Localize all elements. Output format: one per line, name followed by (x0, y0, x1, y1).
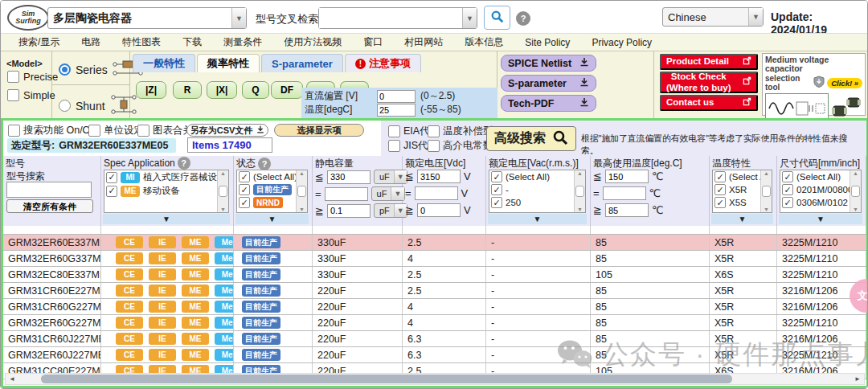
range-input[interactable] (417, 203, 461, 217)
tab-item[interactable]: S-parameter (261, 54, 343, 72)
filter-list-item[interactable]: ✓- (489, 183, 585, 196)
menu-item[interactable]: Privacy Policy (592, 37, 652, 48)
scroll-right-icon[interactable]: ► (851, 374, 864, 384)
filter-list-item[interactable]: ✓ME移动设备 (104, 184, 228, 198)
clear-all-conditions-button[interactable]: 清空所有条件 (6, 199, 93, 213)
filter-list-item[interactable]: ✓0306M/0102 (780, 196, 861, 209)
filter-list-item[interactable]: ✓MI植入式医疗器械设备或器 (104, 170, 228, 184)
filter-list-rated-voltage-ac[interactable]: ✓(Select All)✓-✓250▲▼ (489, 170, 586, 213)
unit-setting-row[interactable]: 单位设定 (88, 124, 144, 137)
list-scrollbar[interactable]: ▲▼ (217, 170, 228, 212)
param-button-x[interactable]: |X| (207, 81, 237, 99)
shunt-radio[interactable] (59, 100, 71, 112)
search-button[interactable] (484, 6, 510, 30)
scrollbar-thumb[interactable] (41, 375, 732, 383)
filter-checkbox[interactable]: ✓ (491, 171, 502, 182)
scroll-up-icon[interactable]: ▲ (577, 170, 583, 176)
scrollbar-thumb[interactable] (851, 186, 860, 197)
table-row[interactable]: GRM32ER60E337ME05CEIEMEMelAIC目前生产330uF2.… (3, 235, 866, 251)
scroll-down-icon[interactable]: ▼ (299, 207, 305, 212)
menu-item[interactable]: 特性图表 (122, 35, 161, 49)
filter-list-item[interactable]: ✓0201M/008004 (780, 183, 861, 196)
link-button-stock-check[interactable]: Stock Check (Where to buy) (660, 72, 758, 93)
download-button-s-parameter[interactable]: S-parameter (501, 75, 596, 92)
promo-panel[interactable]: Medium voltage capacitor selection tool … (762, 53, 866, 116)
filter-expand-strip[interactable]: ▼ (779, 214, 862, 224)
model-search-input[interactable] (6, 182, 92, 198)
range-input[interactable] (605, 170, 649, 183)
param-button-df[interactable]: DF (271, 81, 303, 99)
filter-expand-strip[interactable]: ▼ (711, 214, 773, 224)
shunt-radio-row[interactable]: Shunt (59, 94, 137, 117)
language-select[interactable]: Chinese ▼ (662, 7, 764, 27)
filter-checkbox[interactable]: ✓ (239, 184, 250, 195)
scroll-up-icon[interactable]: ▲ (764, 170, 769, 176)
horizontal-scrollbar[interactable]: ◄ ► (5, 373, 865, 385)
table-row[interactable]: GRM32ER60J227ME05CEIEMEMelAIC目前生产220uF6.… (3, 347, 866, 363)
filter-checkbox[interactable]: ✓ (714, 171, 726, 182)
range-input[interactable] (327, 204, 371, 218)
scrollbar-thumb[interactable] (762, 186, 771, 197)
filter-checkbox[interactable]: ✓ (106, 186, 117, 197)
series-radio[interactable] (59, 63, 71, 76)
list-scrollbar[interactable]: ▲▼ (296, 170, 307, 212)
table-row[interactable]: GRM32ER60G337ME05CEIEMEMelAIC目前生产330uF4-… (3, 251, 866, 267)
menu-item[interactable]: 版本信息 (465, 35, 503, 49)
scrollbar-thumb[interactable] (575, 186, 584, 197)
link-button-product-detail[interactable]: Product Detail (660, 54, 758, 70)
scrollbar-thumb[interactable] (219, 186, 227, 197)
filter-list-item[interactable]: ✓(Select All) (780, 170, 861, 183)
range-input[interactable] (325, 187, 368, 201)
table-row[interactable]: GRM31CR60J227ME11CEIEMEMelAIC目前生产220uF6.… (3, 331, 866, 347)
simple-checkbox-row[interactable]: Simple (7, 89, 55, 101)
scroll-down-icon[interactable]: ▼ (764, 207, 769, 212)
list-scrollbar[interactable]: ▲▼ (760, 170, 772, 212)
range-input[interactable] (415, 186, 458, 200)
link-button-contact-us[interactable]: Contact us (660, 95, 758, 111)
filter-checkbox[interactable]: ✓ (782, 184, 793, 195)
menu-item[interactable]: Site Policy (525, 37, 570, 48)
menu-item[interactable]: 窗口 (363, 35, 383, 49)
filter-checkbox[interactable]: ✓ (106, 172, 117, 183)
tab-item[interactable]: 一般特性 (133, 54, 195, 72)
product-category-select[interactable]: 多层陶瓷电容器 ▼ (47, 7, 247, 29)
filter-list-size-code[interactable]: ✓(Select All)✓0201M/008004✓0306M/0102▲▼ (780, 170, 862, 213)
bias-condition-input[interactable] (377, 90, 416, 103)
help-icon[interactable]: ? (516, 11, 530, 26)
help-icon[interactable]: ? (178, 157, 190, 170)
filter-list-spec-application[interactable]: ✓MI植入式医疗器械设备或器✓ME移动设备▲▼ (104, 170, 229, 213)
scroll-up-icon[interactable]: ▲ (853, 170, 858, 176)
filter-checkbox[interactable]: ✓ (782, 197, 793, 208)
filter-list-temp-characteristics[interactable]: ✓(Select All)✓X5R✓X5S▲▼ (712, 170, 772, 213)
table-row[interactable]: GRM32ER60G227ME05CEIEMEMelAIC目前生产220uF4-… (3, 315, 866, 331)
help-icon[interactable]: ? (258, 158, 271, 170)
scroll-down-icon[interactable]: ▼ (853, 207, 858, 212)
temp-comp-checkbox[interactable] (428, 125, 440, 137)
param-button-q[interactable]: Q (242, 81, 269, 99)
promo-click-button[interactable]: Click! » (827, 78, 862, 88)
jis-code-checkbox[interactable] (388, 140, 400, 152)
chart-merge-checkbox[interactable] (137, 125, 149, 137)
scroll-up-icon[interactable]: ▲ (220, 170, 226, 176)
search-toggle-row[interactable]: 搜索功能 On/Off (8, 124, 96, 137)
menu-item[interactable]: 测量条件 (223, 35, 262, 49)
menu-item[interactable]: 搜索/显示 (18, 35, 59, 49)
list-scrollbar[interactable]: ▲▼ (850, 170, 861, 212)
menu-item[interactable]: 使用方法视频 (284, 35, 342, 49)
filter-list-item[interactable]: ✓250 (489, 196, 585, 209)
filter-checkbox[interactable]: ✓ (714, 184, 726, 195)
select-display-items-button[interactable]: 选择显示项 (274, 124, 364, 137)
param-button-partial[interactable] (340, 81, 369, 88)
scrollbar-thumb[interactable] (297, 186, 306, 197)
menu-item[interactable]: 村田网站 (404, 35, 443, 49)
simple-checkbox[interactable] (7, 89, 19, 101)
download-button-tech-pdf[interactable]: Tech-PDF (501, 95, 596, 112)
range-input[interactable] (417, 170, 461, 183)
filter-checkbox[interactable]: ✓ (491, 197, 502, 208)
filter-expand-strip[interactable]: ▼ (235, 214, 309, 224)
filter-checkbox[interactable]: ✓ (491, 184, 502, 195)
advanced-search-button[interactable]: 高级搜索 (486, 126, 576, 151)
filter-checkbox[interactable]: ✓ (239, 197, 250, 208)
list-scrollbar[interactable]: ▲▼ (574, 170, 585, 212)
temp-comp-row[interactable]: 温度补偿型 (428, 125, 493, 138)
